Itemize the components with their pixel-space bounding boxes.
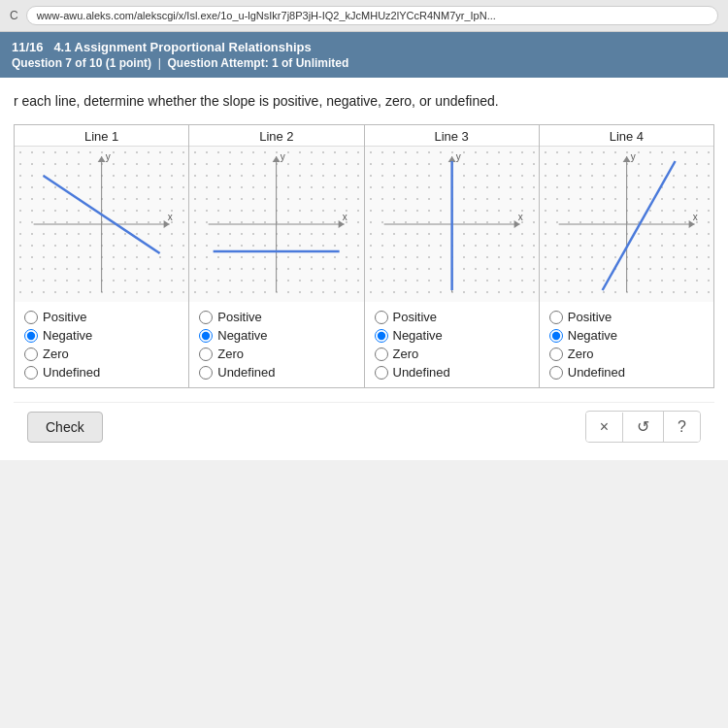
main-content: r each line, determine whether the slope… (0, 78, 728, 460)
action-buttons: × ↺ ? (585, 411, 701, 443)
svg-text:x: x (692, 212, 697, 222)
assignment-header: 11/16 4.1 Assignment Proportional Relati… (0, 32, 728, 78)
line-4-undefined[interactable]: Undefined (549, 365, 708, 380)
line-2-options: Positive Negative Zero Undefined (189, 302, 363, 387)
line-1-zero[interactable]: Zero (24, 347, 182, 361)
line-4-positive[interactable]: Positive (549, 310, 708, 324)
line-4-options: Positive Negative Zero Undefined (540, 302, 713, 387)
line-2-svg: x y (189, 147, 363, 302)
question-info: Question 7 of 10 (1 point) | Question At… (12, 56, 716, 70)
svg-text:y: y (630, 151, 635, 162)
line-1-positive[interactable]: Positive (24, 310, 182, 324)
times-button[interactable]: × (586, 413, 623, 442)
line-2-box: Line 2 x y Positive (189, 125, 364, 387)
help-button[interactable]: ? (664, 413, 700, 442)
line-3-undefined[interactable]: Undefined (375, 365, 533, 380)
line-4-svg: x y (540, 147, 713, 302)
line-3-positive[interactable]: Positive (375, 310, 533, 324)
svg-marker-10 (273, 156, 281, 162)
line-2-graph: x y (189, 147, 363, 302)
line-2-undefined[interactable]: Undefined (199, 365, 357, 380)
line-2-negative[interactable]: Negative (199, 328, 357, 343)
line-2-zero[interactable]: Zero (199, 347, 357, 361)
line-3-svg: x y (365, 147, 539, 302)
line-1-title: Line 1 (15, 125, 188, 147)
url-bar[interactable]: www-awu.aleks.com/alekscgi/x/Isl.exe/1o_… (26, 6, 718, 25)
line-3-zero[interactable]: Zero (375, 347, 533, 361)
line-1-undefined[interactable]: Undefined (24, 365, 182, 380)
svg-text:x: x (517, 212, 522, 222)
line-3-box: Line 3 x y Positive (365, 125, 540, 387)
assignment-title: 11/16 4.1 Assignment Proportional Relati… (12, 40, 716, 54)
undo-button[interactable]: ↺ (623, 412, 664, 442)
line-4-title: Line 4 (540, 125, 713, 147)
svg-text:x: x (343, 212, 347, 222)
line-1-box: Line 1 x y Positive (15, 125, 189, 387)
svg-text:x: x (168, 212, 173, 222)
line-3-options: Positive Negative Zero Undefined (365, 302, 539, 387)
line-2-positive[interactable]: Positive (199, 310, 357, 324)
line-4-graph: x y (540, 147, 713, 302)
line-3-graph: x y (365, 147, 539, 302)
line-1-negative[interactable]: Negative (24, 328, 182, 343)
refresh-icon[interactable]: C (10, 9, 18, 22)
line-4-box: Line 4 x y Positive (540, 125, 713, 387)
bottom-bar: Check × ↺ ? (14, 402, 714, 450)
svg-line-27 (602, 161, 675, 290)
svg-text:y: y (281, 151, 285, 162)
instruction-text: r each line, determine whether the slope… (14, 93, 714, 109)
line-1-svg: x y (15, 147, 188, 302)
line-2-title: Line 2 (189, 125, 363, 147)
check-button[interactable]: Check (27, 412, 103, 443)
svg-marker-3 (98, 156, 106, 162)
svg-text:y: y (455, 151, 460, 162)
line-3-negative[interactable]: Negative (375, 328, 533, 343)
line-4-negative[interactable]: Negative (549, 328, 708, 343)
svg-marker-24 (622, 156, 630, 162)
line-4-zero[interactable]: Zero (549, 347, 708, 361)
line-1-graph: x y (15, 147, 188, 302)
svg-text:y: y (106, 151, 111, 162)
line-3-title: Line 3 (365, 125, 539, 147)
line-1-options: Positive Negative Zero Undefined (15, 302, 188, 387)
browser-bar: C www-awu.aleks.com/alekscgi/x/Isl.exe/1… (0, 0, 728, 32)
lines-container: Line 1 x y Positive (14, 124, 714, 388)
